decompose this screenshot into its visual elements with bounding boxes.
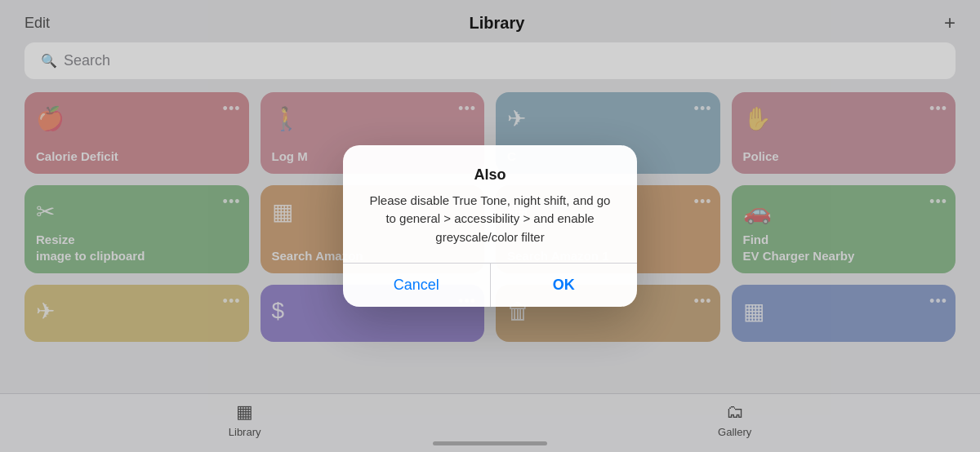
library-page: Edit Library + 🔍 Search ••• 🍎 Calorie De…	[0, 0, 980, 452]
ok-button[interactable]: OK	[491, 264, 638, 307]
modal-overlay: Also Please disable True Tone, night shi…	[0, 0, 980, 452]
alert-content: Also Please disable True Tone, night shi…	[343, 145, 637, 264]
cancel-button[interactable]: Cancel	[343, 264, 491, 307]
alert-dialog: Also Please disable True Tone, night shi…	[343, 145, 637, 308]
alert-buttons: Cancel OK	[343, 264, 637, 307]
alert-title: Also	[366, 166, 614, 184]
alert-message: Please disable True Tone, night shift, a…	[366, 192, 614, 247]
